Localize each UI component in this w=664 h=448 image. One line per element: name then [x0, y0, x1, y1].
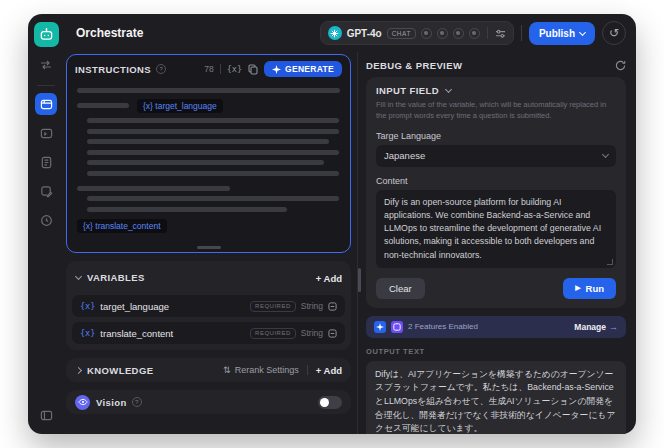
- string-type-icon[interactable]: [328, 329, 337, 338]
- skeleton-line: [77, 88, 340, 93]
- string-type-icon[interactable]: [328, 302, 337, 311]
- skeleton-line: [87, 171, 339, 176]
- openai-logo-icon: [328, 26, 342, 40]
- variable-chip-target-language[interactable]: {x} target_language: [137, 99, 223, 113]
- variable-chip-translate-content[interactable]: {x} translate_content: [77, 219, 167, 233]
- variable-type: String: [301, 328, 323, 338]
- vision-toggle[interactable]: [318, 396, 342, 409]
- instructions-panel[interactable]: INSTRUCTIONS ? 78 {x}: [66, 54, 351, 253]
- sidebar-item-annotations[interactable]: [35, 180, 57, 202]
- content-textarea[interactable]: Dify is an open-source platform for buil…: [376, 190, 616, 268]
- chevron-down-icon[interactable]: [445, 86, 452, 93]
- add-variable-button[interactable]: + Add: [316, 273, 342, 284]
- vision-label: Vision: [96, 397, 127, 408]
- rerank-settings-button[interactable]: ⇅ Rerank Settings: [223, 365, 299, 375]
- variable-row-translate-content[interactable]: {x} translate_content REQUIRED String: [72, 322, 345, 344]
- skeleton-line: [87, 150, 339, 155]
- model-selector[interactable]: GPT-4o CHAT: [320, 21, 514, 45]
- input-field-card: INPUT FIELD Fill in the value of the var…: [366, 77, 626, 308]
- sparkle-icon: [272, 65, 281, 74]
- generate-label: GENERATE: [285, 64, 334, 74]
- debug-preview-pane: DEBUG & PREVIEW INPUT FIELD Fill in the …: [358, 52, 636, 434]
- skeleton-line: [87, 129, 339, 134]
- pill-divider: [487, 27, 488, 39]
- input-field-title: INPUT FIELD: [376, 85, 439, 96]
- char-count: 78: [204, 64, 213, 74]
- skeleton-line: [87, 160, 324, 165]
- variable-token: {x}: [80, 328, 95, 338]
- version-history-button[interactable]: ↺: [602, 21, 626, 45]
- topbar-divider: [521, 25, 522, 41]
- vision-section: Vision ?: [66, 390, 351, 414]
- history-icon: ↺: [609, 26, 619, 40]
- target-language-value: Japanese: [384, 150, 425, 161]
- help-icon[interactable]: ?: [132, 397, 142, 407]
- publish-label: Publish: [539, 28, 575, 39]
- collapse-panel-icon[interactable]: [35, 404, 57, 426]
- topbar: Orchestrate GPT-4o CHAT: [64, 14, 636, 52]
- target-language-select[interactable]: Japanese: [376, 145, 616, 167]
- copy-icon[interactable]: [248, 64, 258, 75]
- features-enabled-bar[interactable]: 2 Features Enabled Manage →: [366, 316, 626, 338]
- content-label: Content: [376, 176, 616, 186]
- capability-icon-1: [421, 28, 432, 39]
- workflow-switch-icon[interactable]: [35, 54, 57, 76]
- skeleton-line: [77, 186, 230, 191]
- skeleton-line: [87, 139, 329, 144]
- input-field-description: Fill in the value of the variable, which…: [376, 100, 616, 122]
- instructions-title: INSTRUCTIONS: [75, 64, 151, 75]
- model-name: GPT-4o: [347, 28, 382, 39]
- features-enabled-text: 2 Features Enabled: [408, 322, 478, 331]
- capability-icon-3: [453, 28, 464, 39]
- feature-more-icon: [391, 321, 403, 333]
- prompt-editor[interactable]: {x} target_language {x} translate_conten…: [67, 81, 350, 252]
- required-badge: REQUIRED: [250, 328, 296, 339]
- refresh-icon[interactable]: [615, 60, 626, 71]
- feature-speech-icon: [374, 321, 386, 333]
- knowledge-title: KNOWLEDGE: [87, 365, 153, 376]
- play-icon: ▶: [575, 284, 580, 292]
- app-logo-robot-icon[interactable]: [34, 22, 59, 47]
- manage-features-link[interactable]: Manage: [574, 322, 606, 332]
- debug-preview-title: DEBUG & PREVIEW: [366, 60, 462, 71]
- chevron-right-icon[interactable]: [75, 366, 82, 373]
- scrollbar-thumb[interactable]: [358, 268, 361, 292]
- resize-drag-handle[interactable]: [197, 246, 221, 249]
- run-button[interactable]: ▶ Run: [563, 278, 616, 299]
- chevron-down-icon: [602, 151, 609, 158]
- capability-icon-4: [469, 28, 480, 39]
- variables-section: VARIABLES + Add {x} target_language REQU…: [66, 261, 351, 350]
- skeleton-line: [87, 118, 339, 123]
- sidebar-item-orchestrate[interactable]: [35, 93, 57, 115]
- rail-divider: [37, 85, 55, 86]
- chevron-down-icon: [579, 28, 586, 35]
- model-settings-icon[interactable]: [495, 28, 506, 39]
- variables-title: VARIABLES: [87, 272, 145, 283]
- divider: [307, 365, 308, 375]
- skeleton-line: [77, 103, 129, 108]
- output-text-title: OUTPUT TEXT: [366, 347, 626, 356]
- run-label: Run: [586, 283, 604, 294]
- clear-button[interactable]: Clear: [376, 278, 425, 299]
- knowledge-section: KNOWLEDGE ⇅ Rerank Settings + Add: [66, 358, 351, 382]
- generate-button[interactable]: GENERATE: [264, 61, 342, 77]
- output-text-bubble: Difyは、AIアプリケーションを構築するためのオープンソースプラットフォームで…: [366, 361, 626, 434]
- sidebar-item-api-access[interactable]: [35, 122, 57, 144]
- resize-corner-icon[interactable]: [607, 259, 613, 265]
- capability-icon-2: [437, 28, 448, 39]
- variable-row-target-language[interactable]: {x} target_language REQUIRED String: [72, 295, 345, 317]
- header-divider: [220, 64, 221, 74]
- left-icon-rail: [28, 14, 64, 434]
- insert-variable-icon[interactable]: {x}: [227, 64, 242, 74]
- vision-eye-icon: [75, 395, 90, 410]
- skeleton-line: [87, 207, 287, 212]
- sidebar-item-monitoring[interactable]: [35, 209, 57, 231]
- help-icon[interactable]: ?: [156, 64, 166, 74]
- publish-button[interactable]: Publish: [529, 22, 595, 45]
- chevron-down-icon[interactable]: [75, 272, 82, 279]
- content-value: Dify is an open-source platform for buil…: [384, 197, 601, 260]
- add-knowledge-button[interactable]: + Add: [316, 365, 342, 376]
- rerank-label: Rerank Settings: [235, 365, 299, 375]
- sidebar-item-logs[interactable]: [35, 151, 57, 173]
- variable-name: target_language: [100, 301, 169, 312]
